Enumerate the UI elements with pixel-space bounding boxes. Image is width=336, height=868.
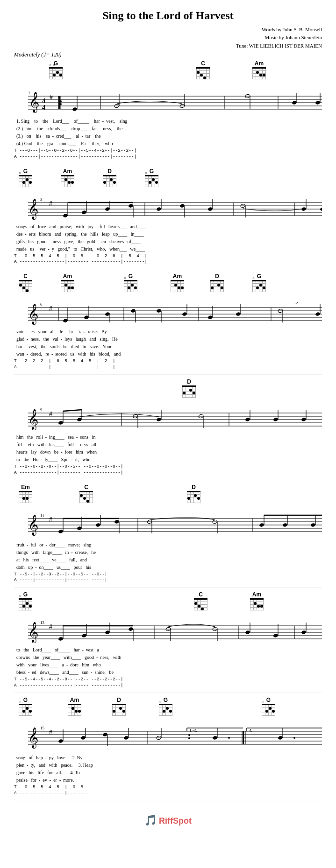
svg-text:4: 4 — [42, 98, 45, 105]
tab-system-3: T|--2--2--2--|--0--5--5--4--5--|--2--| A… — [14, 358, 322, 372]
svg-point-108 — [77, 417, 82, 421]
lyric-3-3: har - vest, the souls he died to save. Y… — [16, 343, 320, 350]
staff-svg-1: 𝄞 4 4 # — [14, 89, 322, 117]
system-7: G ○ Am D — [14, 697, 322, 801]
page: Sing to the Lord of Harvest Words by Joh… — [0, 0, 336, 859]
svg-text:#: # — [49, 729, 52, 736]
svg-point-174 — [128, 627, 133, 631]
system-4: D 𝄞 9 # — [14, 378, 322, 480]
lyric-7-1: song of hap - py love. 2. By — [16, 754, 320, 762]
lyric-2-2: des - erts bloom and spring, the hills l… — [16, 231, 320, 238]
lyric-6-1: to the Lord____ of_____ har - vest a — [16, 646, 320, 654]
svg-point-119 — [273, 417, 278, 421]
lyric-3-1: voic - es your al - le - lu - ias raise.… — [16, 328, 320, 336]
lyric-3-4: wan - dered, re - stored us with his blo… — [16, 350, 320, 358]
lyrics-system-5: fruit - ful or - der____ move; sing thin… — [14, 541, 322, 572]
staff-svg-5: 𝄞 11 # — [14, 513, 322, 541]
lyric-line-1-4: (4.) God the gra - cious___ Fa - ther, w… — [16, 140, 320, 147]
svg-point-201 — [58, 739, 63, 743]
chord-grid-Am — [252, 67, 266, 79]
svg-point-117 — [245, 417, 250, 421]
chord-Am-4: Am — [171, 273, 184, 292]
svg-point-219 — [212, 735, 217, 740]
svg-point-21 — [315, 100, 320, 105]
lyric-6-3: with your lives____ a - dore him who — [16, 661, 320, 669]
svg-point-19 — [292, 100, 297, 105]
chord-G-8: G ○ — [159, 697, 172, 716]
lyric-7-4: praise for - ev - er - more. — [16, 777, 320, 784]
svg-point-49 — [179, 203, 185, 208]
svg-point-172 — [105, 630, 110, 634]
svg-text:𝄞: 𝄞 — [29, 91, 39, 113]
chord-Am-2: Am — [61, 168, 74, 187]
tab-system-5: T|--5--|--2--3--2--|--0--5--|--0--| A|--… — [14, 572, 322, 586]
chord-G-5: G ○ — [252, 273, 266, 292]
chord-C-5: C — [79, 484, 93, 503]
chord-G-6: G ○ — [19, 591, 32, 610]
tab-system-4: T|--2--0--2--0--|--0--5--|--0--0--0--0--… — [14, 464, 322, 478]
svg-point-55 — [301, 207, 306, 211]
svg-point-44 — [128, 203, 133, 208]
lyric-5-4: doth up - on____ us____ pour his — [16, 564, 320, 571]
lyrics-system-7: song of hap - py love. 2. By plen - ty, … — [14, 754, 322, 784]
lyric-2-3: gifts his good - ness gave, the gold - e… — [16, 238, 320, 245]
svg-text:#: # — [49, 200, 52, 207]
svg-point-218 — [188, 737, 190, 739]
svg-point-47 — [156, 207, 161, 211]
svg-point-73 — [84, 315, 89, 320]
chord-G-9: G ○ — [262, 697, 275, 716]
chord-name-Am: Am — [255, 60, 264, 67]
staff-svg-4: 𝄞 9 # — [14, 407, 322, 433]
svg-text:𝄞: 𝄞 — [28, 727, 38, 749]
chord-G-3: G ○ — [145, 168, 158, 187]
svg-point-38 — [63, 213, 68, 217]
svg-point-51 — [207, 207, 213, 211]
svg-point-27 — [60, 100, 62, 102]
page-title: Sing to the Lord of Harvest — [14, 9, 322, 22]
chord-D-3: D — [210, 273, 224, 292]
svg-text:11: 11 — [40, 513, 44, 518]
lyrics-system-3: voic - es your al - le - lu - ias raise.… — [14, 328, 322, 358]
svg-point-71 — [63, 319, 68, 323]
chord-C-3: C — [19, 273, 32, 292]
chord-D-2: D — [103, 168, 116, 187]
svg-point-79 — [156, 309, 161, 313]
chord-diagrams-row-6: G ○ C Am — [14, 591, 322, 620]
chord-D-4: D — [182, 378, 196, 398]
svg-text:𝄞: 𝄞 — [28, 514, 38, 536]
chord-grid-G: ○ ○ — [49, 67, 63, 79]
svg-point-142 — [114, 519, 119, 524]
chord-Am-7: Am — [68, 697, 81, 716]
chord-diagrams-row-4: D — [14, 378, 322, 407]
lyric-5-1: fruit - ful or - der____ move; sing — [16, 541, 320, 549]
svg-point-224 — [278, 735, 283, 740]
lyric-line-1-1: 1. Sing to the Lord___ of_____ har - ves… — [16, 118, 320, 125]
svg-point-203 — [80, 735, 86, 740]
lyric-4-4: to the Ho - ly____ Spir - it, who — [16, 456, 320, 463]
svg-point-40 — [81, 210, 86, 214]
svg-point-83 — [207, 315, 213, 320]
svg-point-151 — [282, 523, 287, 527]
svg-point-226 — [293, 737, 295, 739]
svg-point-207 — [123, 735, 129, 740]
svg-text:𝄞: 𝄞 — [28, 409, 38, 431]
words-credit: Words by John S. B. Monsell — [14, 26, 322, 34]
chord-D-7: D — [112, 697, 126, 716]
chord-diagrams-row-3: C Am G ○ — [14, 273, 322, 302]
svg-point-217 — [188, 734, 190, 736]
lyric-4-2: fill - eth with his____ full - ness all — [16, 441, 320, 448]
lyric-line-1-3: (3.) on his sa - cred___ al - tar the — [16, 133, 320, 140]
chord-Em-1: Em — [19, 484, 32, 503]
chord-Am-1: Am — [252, 60, 266, 79]
staff-svg-2: 𝄞 3 # — [14, 197, 322, 223]
chord-G-2: G ○ — [19, 168, 32, 187]
chord-diagrams-row-5: Em C D — [14, 484, 322, 513]
svg-text:#: # — [49, 623, 52, 630]
svg-point-170 — [81, 633, 86, 637]
svg-text:13: 13 — [40, 620, 45, 625]
svg-point-75 — [105, 312, 110, 316]
svg-point-205 — [102, 732, 107, 736]
svg-text:9: 9 — [40, 407, 43, 412]
chord-Am-6: Am — [250, 591, 264, 610]
svg-text:6: 6 — [40, 302, 43, 307]
